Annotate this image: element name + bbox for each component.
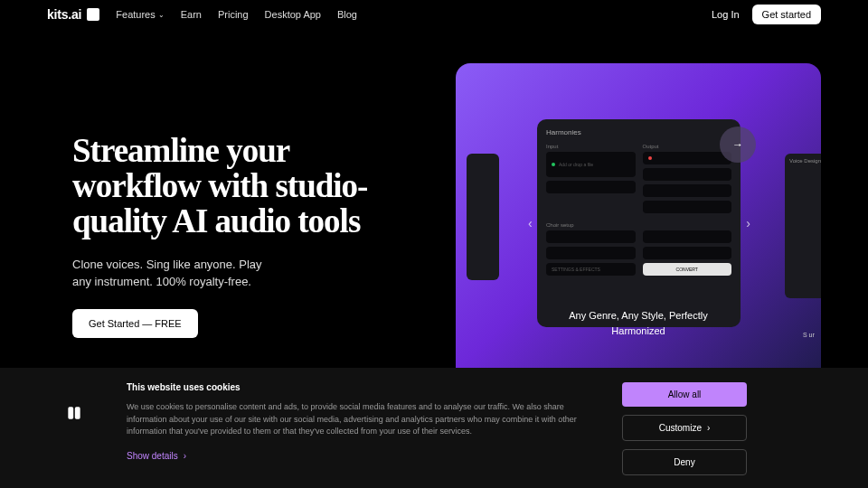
carousel-next-button[interactable]: › xyxy=(741,211,756,236)
nav-left: kits.ai Features⌄ Earn Pricing Desktop A… xyxy=(47,7,357,22)
try-badge[interactable]: → xyxy=(720,127,756,163)
nav-features-label: Features xyxy=(116,9,155,20)
chevron-right-icon: › xyxy=(707,423,710,433)
cookie-logo xyxy=(47,404,101,422)
nav-links: Features⌄ Earn Pricing Desktop App Blog xyxy=(116,9,357,20)
arrow-right-icon: → xyxy=(732,138,743,151)
convert-label: CONVERT xyxy=(676,267,698,272)
cookie-text: This website uses cookies We use cookies… xyxy=(127,382,597,461)
cookie-banner: This website uses cookies We use cookies… xyxy=(0,368,868,488)
navbar: kits.ai Features⌄ Earn Pricing Desktop A… xyxy=(0,0,868,29)
get-started-button[interactable]: Get started xyxy=(752,5,821,24)
choir-row xyxy=(643,247,732,259)
svg-rect-0 xyxy=(68,407,73,418)
carousel-prev-button[interactable]: ‹ xyxy=(523,211,538,236)
nav-blog[interactable]: Blog xyxy=(337,9,357,20)
output-row xyxy=(643,152,732,164)
logo[interactable]: kits.ai xyxy=(47,7,99,22)
choir-row xyxy=(546,247,636,259)
carousel: Harmonies Input Add or drop a file Outpu… xyxy=(456,63,821,383)
login-link[interactable]: Log In xyxy=(712,9,740,20)
hero-left: Streamline your workflow with studio-qua… xyxy=(72,63,416,383)
chevron-down-icon: ⌄ xyxy=(158,11,165,19)
cookie-title: This website uses cookies xyxy=(127,382,597,392)
hero-right: Harmonies Input Add or drop a file Outpu… xyxy=(443,63,821,383)
output-row xyxy=(643,201,732,213)
hero: Streamline your workflow with studio-qua… xyxy=(0,29,868,383)
hero-title: Streamline your workflow with studio-qua… xyxy=(72,134,416,239)
choir-row xyxy=(546,230,636,243)
record-icon xyxy=(648,156,652,160)
nav-pricing[interactable]: Pricing xyxy=(218,9,249,20)
allow-all-button[interactable]: Allow all xyxy=(622,382,747,407)
plus-icon xyxy=(552,163,555,166)
nav-earn[interactable]: Earn xyxy=(181,9,202,20)
output-label: Output xyxy=(643,144,732,149)
cta-button[interactable]: Get Started — FREE xyxy=(72,309,198,338)
nav-right: Log In Get started xyxy=(712,5,821,24)
carousel-next-preview: Voice Design xyxy=(785,154,821,298)
nav-features[interactable]: Features⌄ xyxy=(116,9,164,20)
input-row xyxy=(546,181,636,193)
product-window: Harmonies Input Add or drop a file Outpu… xyxy=(537,119,741,327)
output-row xyxy=(643,184,732,197)
choir-label: Choir setup xyxy=(546,222,731,228)
brand-icon xyxy=(65,404,83,422)
add-drop-text: Add or drop a file xyxy=(559,162,593,167)
convert-button: CONVERT xyxy=(643,263,732,276)
svg-rect-1 xyxy=(75,407,80,418)
output-row xyxy=(643,168,732,181)
show-details-label: Show details xyxy=(127,451,178,461)
logo-text: kits.ai xyxy=(47,7,81,22)
deny-button[interactable]: Deny xyxy=(622,449,747,475)
show-details-link[interactable]: Show details › xyxy=(127,451,597,461)
chevron-right-icon: › xyxy=(184,451,186,461)
cookie-buttons: Allow all Customize› Deny xyxy=(622,382,747,475)
carousel-caption: Any Genre, Any Style, Perfectly Harmoniz… xyxy=(456,308,821,338)
settings-label: SETTINGS & EFFECTS xyxy=(552,267,600,272)
input-box: Add or drop a file xyxy=(546,152,636,177)
product-window-title: Harmonies xyxy=(546,128,731,136)
customize-button[interactable]: Customize› xyxy=(622,415,747,441)
nav-desktop[interactable]: Desktop App xyxy=(265,9,321,20)
choir-row xyxy=(643,230,732,243)
customize-label: Customize xyxy=(659,423,702,433)
settings-row: SETTINGS & EFFECTS xyxy=(546,263,636,276)
logo-icon xyxy=(87,8,99,21)
input-label: Input xyxy=(546,144,636,149)
side-right-title: Voice Design xyxy=(789,158,821,164)
cookie-description: We use cookies to personalise content an… xyxy=(127,401,597,438)
carousel-prev-preview xyxy=(467,154,499,280)
hero-subtitle: Clone voices. Sing like anyone. Play any… xyxy=(72,256,280,291)
side-caption: S ur xyxy=(803,332,821,338)
